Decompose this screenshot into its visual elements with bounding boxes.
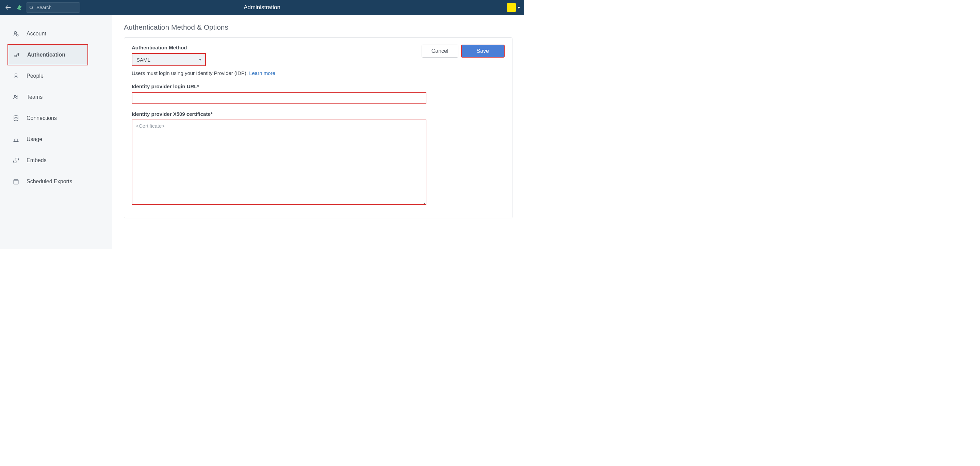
avatar xyxy=(507,3,516,12)
idp-cert-label: Identity provider X509 certificate* xyxy=(132,111,504,117)
idp-login-url-input[interactable] xyxy=(132,92,426,104)
svg-point-7 xyxy=(14,96,16,97)
sidebar-item-label: Connections xyxy=(27,115,57,121)
bar-chart-icon xyxy=(12,136,20,143)
chevron-down-icon: ▼ xyxy=(517,6,520,10)
search-input[interactable] xyxy=(37,5,80,10)
auth-method-select[interactable]: SAML xyxy=(132,53,206,66)
sidebar-item-scheduled-exports[interactable]: Scheduled Exports xyxy=(0,171,112,192)
calendar-icon xyxy=(12,178,20,185)
svg-rect-14 xyxy=(14,180,18,184)
svg-point-5 xyxy=(14,55,16,57)
hint-text: Users must login using your Identity Pro… xyxy=(132,70,249,76)
sidebar-item-authentication[interactable]: Authentication xyxy=(8,44,88,65)
cancel-button[interactable]: Cancel xyxy=(422,45,458,57)
idp-url-label: Identity provider login URL* xyxy=(132,83,504,89)
auth-method-hint: Users must login using your Identity Pro… xyxy=(132,70,504,76)
database-icon xyxy=(12,115,20,122)
action-buttons: Cancel Save xyxy=(422,45,504,57)
auth-method-select-wrap: SAML ▼ xyxy=(132,53,206,66)
sidebar-item-account[interactable]: Account xyxy=(0,23,112,44)
svg-point-3 xyxy=(14,31,17,34)
key-icon xyxy=(13,51,21,59)
sidebar: Account Authentication People Teams Conn xyxy=(0,15,112,249)
sidebar-item-label: Account xyxy=(27,31,46,37)
sidebar-item-connections[interactable]: Connections xyxy=(0,108,112,129)
sidebar-item-label: Embeds xyxy=(27,157,47,163)
sidebar-item-people[interactable]: People xyxy=(0,65,112,86)
idp-cert-textarea[interactable] xyxy=(132,120,426,205)
svg-point-6 xyxy=(15,73,18,76)
svg-line-2 xyxy=(32,8,33,9)
search-icon xyxy=(29,5,34,11)
save-button[interactable]: Save xyxy=(461,45,504,57)
link-icon xyxy=(12,157,20,164)
header-title: Administration xyxy=(243,4,280,11)
auth-options-card: Cancel Save Authentication Method SAML ▼… xyxy=(124,37,512,219)
person-icon xyxy=(12,72,20,80)
bird-logo-icon xyxy=(16,4,23,11)
app-logo-icon[interactable] xyxy=(16,4,23,11)
sidebar-item-usage[interactable]: Usage xyxy=(0,129,112,150)
sidebar-item-label: People xyxy=(27,73,43,79)
main-body: Account Authentication People Teams Conn xyxy=(0,15,524,249)
sidebar-item-label: Authentication xyxy=(27,52,65,58)
app-header: Administration ▼ xyxy=(0,0,524,15)
svg-point-1 xyxy=(30,6,32,8)
user-menu[interactable]: ▼ xyxy=(507,3,520,12)
svg-point-4 xyxy=(17,34,18,36)
sidebar-item-label: Scheduled Exports xyxy=(27,179,72,185)
sidebar-item-teams[interactable]: Teams xyxy=(0,86,112,108)
main-content: Authentication Method & Options Cancel S… xyxy=(112,15,524,249)
back-button[interactable] xyxy=(3,3,13,12)
sidebar-item-embeds[interactable]: Embeds xyxy=(0,150,112,171)
learn-more-link[interactable]: Learn more xyxy=(249,70,275,76)
person-gear-icon xyxy=(12,30,20,37)
sidebar-item-label: Teams xyxy=(27,94,43,100)
sidebar-item-label: Usage xyxy=(27,136,42,142)
arrow-left-icon xyxy=(5,4,11,11)
search-input-wrap[interactable] xyxy=(26,2,80,13)
svg-point-8 xyxy=(16,96,18,97)
people-icon xyxy=(12,93,20,101)
page-title: Authentication Method & Options xyxy=(124,23,512,31)
svg-point-9 xyxy=(14,116,18,118)
